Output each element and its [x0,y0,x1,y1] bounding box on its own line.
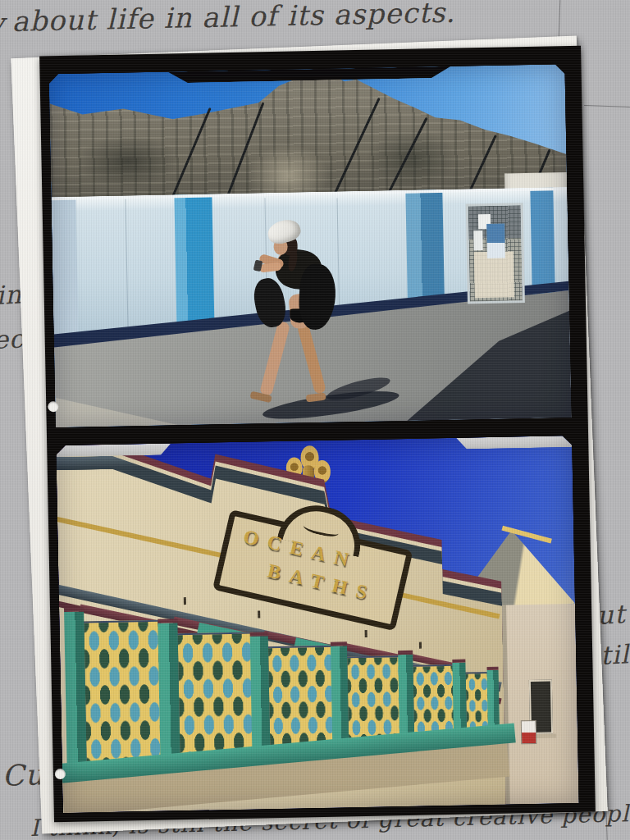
handwriting-bottom-left-fragment: Cu [2,758,45,792]
handwriting-right-fragment-1: ut [596,599,626,630]
handwriting-top-line: about life in all of its aspects. [11,0,455,38]
pilaster [64,608,87,786]
diamond-panel [82,620,163,769]
scrapbook-page: y about life in all of its aspects. in e… [0,0,630,840]
diamond-panel [345,655,403,745]
pedestrian-front-leg [259,321,290,397]
right-building [498,604,579,805]
gate-poster-blue [486,224,505,258]
photo-ocean-baths: OCEAN BATHS [56,436,578,813]
notice-sign [521,720,537,744]
handwriting-left-fragment-2: ec [0,324,25,354]
film-frame: OCEAN BATHS [39,46,596,822]
hoarding-seam [125,199,128,339]
diamond-panel [176,632,256,762]
wall-bracket [419,642,422,649]
diamond-panel [267,646,336,754]
handwriting-top-fragment: y [0,7,5,40]
pedestrian-back-leg [297,322,326,395]
pedestrian-backpack [298,263,337,331]
wall-bracket [258,610,260,618]
photo-street-scene [49,64,572,427]
site-gate [466,203,525,304]
gate-interior-light [474,251,514,298]
sign-text-line2: BATHS [266,559,378,605]
hoarding-panel-tint [51,197,78,345]
wall-bracket [184,597,186,605]
film-tab-left [56,443,171,457]
handwriting-right-fragment-2: til [600,639,630,670]
film-tab-right [456,436,572,450]
paper-crease-right [584,105,630,107]
wall-bracket [365,630,368,637]
pedestrian [240,217,343,420]
gate-poster [473,231,482,250]
diamond-panel [411,664,457,737]
pedestrian-sandal [306,393,326,403]
